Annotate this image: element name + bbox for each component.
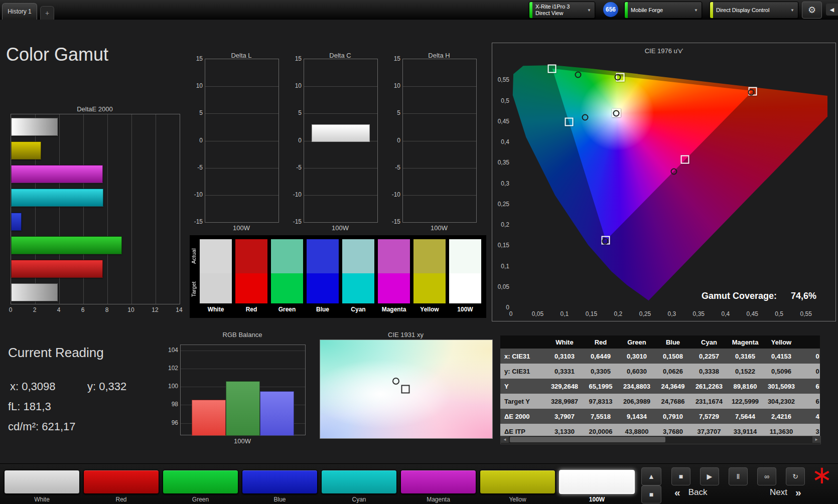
table-cell: 0,3331 [546, 364, 583, 379]
swatch-column-white: White [200, 239, 232, 317]
display-control-selector[interactable]: Direct Display Control ▼ [710, 2, 798, 19]
scroll-left-button[interactable]: ◄ [501, 436, 509, 443]
pattern-magenta: Magenta [401, 470, 476, 503]
table-cell: 97,8313 [583, 394, 619, 409]
tab-label: History 1 [8, 8, 31, 15]
dc-y-tick-label: 15 [283, 55, 302, 62]
deltae-bar-cyan [11, 189, 103, 207]
cie-y-tick-label: 0,5 [493, 97, 509, 104]
pattern-button-blue[interactable] [242, 470, 318, 494]
table-cell: 89,8160 [727, 379, 763, 394]
table-horizontal-scrollbar[interactable]: ◄ ► [500, 436, 821, 444]
measured-marker-yellow [614, 74, 621, 81]
gamut-coverage: Gamut Coverage: 74,6% [702, 291, 816, 301]
table-cell: 24,7686 [655, 394, 691, 409]
pattern-button-green[interactable] [163, 470, 238, 494]
refresh-button[interactable]: ↻ [786, 467, 805, 485]
dc-y-tick-label: 10 [283, 82, 302, 89]
cie-y-tick-label: 0,05 [493, 283, 509, 290]
actual-swatch [271, 239, 303, 273]
collapse-panel-button[interactable]: ◀ [826, 4, 838, 16]
target-marker-green [548, 65, 556, 73]
rgb-y-tick-label: 96 [159, 419, 178, 426]
deltae-x-tick-label: 4 [57, 306, 61, 313]
table-cell: 9,1434 [619, 409, 655, 424]
dh-y-tick-label: 15 [381, 55, 400, 62]
stop-button[interactable]: ■ [671, 467, 690, 485]
target-swatch [378, 273, 410, 303]
dl-y-tick-label: -15 [184, 218, 203, 225]
dc-y-tick-label: -10 [283, 191, 302, 198]
tab-history-1[interactable]: History 1 [2, 3, 37, 20]
cie-y-tick-label: 0,25 [493, 201, 509, 208]
gamut-coverage-value: 74,6% [791, 291, 816, 301]
deltae-x-tick-label: 0 [9, 306, 13, 313]
asterisk-status-icon: ∗ [809, 464, 835, 487]
swatch-column-green: Green [271, 239, 303, 317]
cie-x-tick-label: 0,45 [747, 310, 758, 317]
pattern-100w: 100W [560, 470, 634, 503]
measured-marker-blue [602, 238, 609, 245]
measured-marker-magenta [671, 169, 677, 175]
pattern-button-magenta[interactable] [400, 470, 476, 494]
pattern-window-button[interactable]: ■ [641, 485, 661, 503]
swatch-columns: WhiteRedGreenBlueCyanMagentaYellow100W [200, 239, 481, 317]
meter-selector[interactable]: X-Rite i1Pro 3 Direct View ▼ [529, 2, 595, 19]
measured-marker-red [748, 89, 755, 96]
transport-controls: ■▶Ⅱ∞↻ [671, 467, 805, 485]
swatch-column-cyan: Cyan [342, 239, 374, 317]
cie-x-tick-label: 0,35 [693, 310, 705, 317]
actual-target-swatch-strip: Actual Target WhiteRedGreenBlueCyanMagen… [190, 235, 486, 318]
table-cell: 3,7680 [655, 424, 691, 436]
pause-button[interactable]: Ⅱ [729, 467, 748, 485]
table-cell: 0,3338 [691, 364, 727, 379]
row-label: ΔE ITP [500, 424, 546, 436]
pattern-button-yellow[interactable] [480, 470, 555, 494]
current-reading-title: Current Reading [8, 345, 104, 361]
measured-marker-green [575, 71, 581, 78]
table-cell-partial: 6 [799, 394, 820, 409]
gridline [403, 86, 476, 87]
table-cell: 0,2257 [691, 349, 727, 364]
loop-button[interactable]: ∞ [757, 467, 776, 485]
gridline [403, 195, 476, 196]
settings-button[interactable]: ⚙ [802, 2, 822, 19]
table-cell-partial: 0 [799, 349, 820, 364]
deltae-x-tick-label: 10 [127, 306, 134, 313]
pattern-source-selector[interactable]: Mobile Forge ▼ [624, 2, 702, 19]
next-button[interactable]: Next » [770, 486, 801, 498]
chevron-left-icon: ◀ [830, 7, 834, 13]
pattern-button-100w[interactable] [559, 470, 635, 494]
cie-1931-title: CIE 1931 xy [320, 331, 492, 339]
actual-swatch [342, 239, 374, 273]
dl-y-tick-label: 10 [184, 82, 203, 89]
cie-y-axis: 0,550,50,450,40,350,30,250,20,150,10,050 [493, 59, 509, 307]
pattern-button-cyan[interactable] [321, 470, 397, 494]
deltae-x-axis: 02468101214 [11, 306, 179, 314]
swatch-label: Green [271, 303, 303, 317]
cie-1976-diagram [511, 59, 827, 307]
reading-fl: fL: 181,3 [8, 400, 51, 413]
cie-y-tick-label: 0,1 [493, 263, 509, 270]
add-tab-button[interactable]: + [40, 6, 54, 20]
scroll-right-button[interactable]: ► [812, 436, 820, 443]
cie-y-tick-label: 0,45 [493, 118, 509, 125]
pattern-button-white[interactable] [4, 470, 80, 494]
back-button[interactable]: « Back [674, 486, 707, 498]
rgb-y-tick-label: 98 [159, 401, 178, 408]
expand-up-button[interactable]: ▲ [641, 467, 661, 485]
pattern-button-red[interactable] [83, 470, 159, 494]
delta-c-title: Delta C [304, 52, 377, 59]
top-bar: History 1 + X-Rite i1Pro 3 Direct View ▼… [0, 0, 838, 20]
table-cell-partial: 4 [799, 409, 820, 424]
table-cell: 33,9114 [727, 424, 763, 436]
double-chevron-right-icon: » [795, 486, 801, 498]
reading-y: y: 0,332 [87, 380, 126, 393]
gridline [403, 141, 476, 141]
scrollbar-thumb[interactable] [510, 437, 665, 442]
deltae-bar-blue [11, 213, 22, 231]
table-header-cell: Cyan [691, 335, 727, 349]
play-button[interactable]: ▶ [700, 467, 719, 485]
app-window: History 1 + X-Rite i1Pro 3 Direct View ▼… [0, 0, 838, 504]
actual-swatch [307, 239, 339, 273]
